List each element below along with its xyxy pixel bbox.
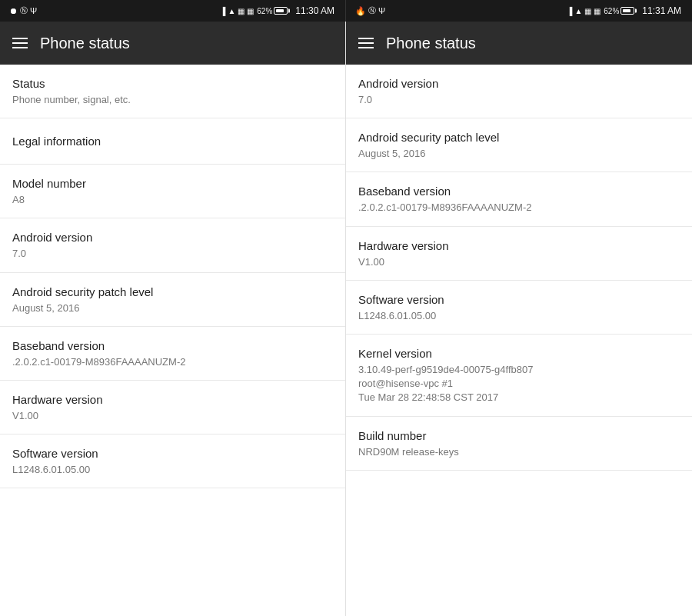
time-left: 11:30 AM bbox=[295, 5, 334, 16]
list-item[interactable]: Software versionL1248.6.01.05.00 bbox=[0, 435, 345, 488]
item-subtitle: August 5, 2016 bbox=[12, 301, 333, 315]
item-subtitle: 7.0 bbox=[358, 93, 680, 107]
item-subtitle: NRD90M release-keys bbox=[358, 445, 680, 459]
hamburger-menu-left[interactable] bbox=[12, 38, 28, 48]
item-subtitle: L1248.6.01.05.00 bbox=[358, 309, 680, 323]
item-title: Model number bbox=[12, 175, 333, 191]
data-icon-right: ▦ bbox=[584, 7, 591, 15]
status-bar-right: 🔥 Ⓝ Ψ ▐ ▲ ▦ ▦ 62% 11:31 AM bbox=[346, 0, 692, 22]
data-icon2-left: ▦ bbox=[247, 7, 254, 15]
item-subtitle: L1248.6.01.05.00 bbox=[12, 463, 333, 477]
nfc-icon: Ⓝ bbox=[20, 5, 28, 16]
item-subtitle: August 5, 2016 bbox=[358, 147, 680, 161]
list-item[interactable]: Baseband version.2.0.2.c1-00179-M8936FAA… bbox=[0, 327, 345, 381]
left-panel: Phone status StatusPhone number, signal,… bbox=[0, 22, 346, 616]
item-title: Android version bbox=[12, 229, 333, 245]
item-title: Legal information bbox=[12, 133, 333, 149]
circle-icon: ⏺ bbox=[9, 6, 18, 15]
signal-icon-right: ▐ bbox=[567, 7, 572, 15]
wifi-icon-right: ▲ bbox=[574, 7, 582, 15]
left-toolbar: Phone status bbox=[0, 22, 345, 65]
list-item[interactable]: Baseband version.2.0.2.c1-00179-M8936FAA… bbox=[346, 172, 692, 226]
nfc-icon-right: Ⓝ bbox=[368, 5, 376, 16]
battery-left: 62% bbox=[257, 7, 288, 15]
item-subtitle: V1.00 bbox=[12, 409, 333, 423]
list-item[interactable]: Android version7.0 bbox=[346, 65, 692, 118]
list-item[interactable]: Legal information bbox=[0, 118, 345, 165]
item-title: Hardware version bbox=[358, 238, 680, 254]
wifi-icon-left: ▲ bbox=[228, 7, 235, 15]
flame-icon-right: 🔥 bbox=[355, 6, 366, 16]
battery-right: 62% bbox=[604, 7, 634, 15]
item-title: Android security patch level bbox=[358, 129, 680, 145]
data-icon2-right: ▦ bbox=[594, 7, 601, 15]
item-subtitle: 3.10.49-perf-g9519de4-00075-g4ffb807 roo… bbox=[358, 363, 680, 405]
right-toolbar: Phone status bbox=[346, 22, 692, 65]
usb-icon: Ψ bbox=[30, 6, 37, 15]
main-content: Phone status StatusPhone number, signal,… bbox=[0, 22, 692, 616]
item-title: Software version bbox=[358, 291, 680, 308]
list-item[interactable]: Android security patch levelAugust 5, 20… bbox=[346, 118, 692, 172]
hamburger-menu-right[interactable] bbox=[358, 38, 374, 48]
item-title: Build number bbox=[358, 428, 680, 444]
item-subtitle: V1.00 bbox=[358, 255, 680, 269]
right-settings-list[interactable]: Android version7.0Android security patch… bbox=[346, 65, 692, 616]
status-bar: ⏺ Ⓝ Ψ ▐ ▲ ▦ ▦ 62% 11:30 AM 🔥 Ⓝ Ψ ▐ ▲ ▦ ▦ bbox=[0, 0, 692, 22]
data-icon-left: ▦ bbox=[238, 7, 245, 15]
right-panel: Phone status Android version7.0Android s… bbox=[346, 22, 692, 616]
list-item[interactable]: Kernel version3.10.49-perf-g9519de4-0007… bbox=[346, 335, 692, 417]
usb-icon-right: Ψ bbox=[378, 6, 385, 15]
list-item[interactable]: StatusPhone number, signal, etc. bbox=[0, 65, 345, 118]
item-title: Hardware version bbox=[12, 391, 333, 408]
list-item[interactable]: Android security patch levelAugust 5, 20… bbox=[0, 273, 345, 327]
right-toolbar-title: Phone status bbox=[386, 35, 476, 52]
item-subtitle: A8 bbox=[12, 193, 333, 207]
item-title: Kernel version bbox=[358, 345, 680, 361]
item-title: Android version bbox=[358, 75, 680, 92]
time-right: 11:31 AM bbox=[642, 5, 681, 16]
item-subtitle: 7.0 bbox=[12, 247, 333, 261]
item-subtitle: .2.0.2.c1-00179-M8936FAAAANUZM-2 bbox=[358, 201, 680, 215]
item-title: Status bbox=[12, 75, 333, 92]
list-item[interactable]: Build numberNRD90M release-keys bbox=[346, 417, 692, 471]
item-title: Baseband version bbox=[358, 183, 680, 199]
item-title: Android security patch level bbox=[12, 284, 333, 300]
list-item[interactable]: Model numberA8 bbox=[0, 165, 345, 218]
left-settings-list[interactable]: StatusPhone number, signal, etc.Legal in… bbox=[0, 65, 345, 616]
list-item[interactable]: Hardware versionV1.00 bbox=[346, 227, 692, 281]
item-subtitle: .2.0.2.c1-00179-M8936FAAAANUZM-2 bbox=[12, 355, 333, 369]
battery-percent-left: 62% bbox=[257, 7, 272, 15]
item-title: Baseband version bbox=[12, 338, 333, 354]
status-bar-left: ⏺ Ⓝ Ψ ▐ ▲ ▦ ▦ 62% 11:30 AM bbox=[0, 0, 346, 22]
item-subtitle: Phone number, signal, etc. bbox=[12, 93, 333, 107]
battery-percent-right: 62% bbox=[604, 7, 619, 15]
signal-icon-left: ▐ bbox=[220, 7, 225, 15]
item-title: Software version bbox=[12, 445, 333, 461]
left-toolbar-title: Phone status bbox=[40, 35, 130, 52]
list-item[interactable]: Android version7.0 bbox=[0, 218, 345, 272]
list-item[interactable]: Hardware versionV1.00 bbox=[0, 381, 345, 435]
list-item[interactable]: Software versionL1248.6.01.05.00 bbox=[346, 281, 692, 335]
